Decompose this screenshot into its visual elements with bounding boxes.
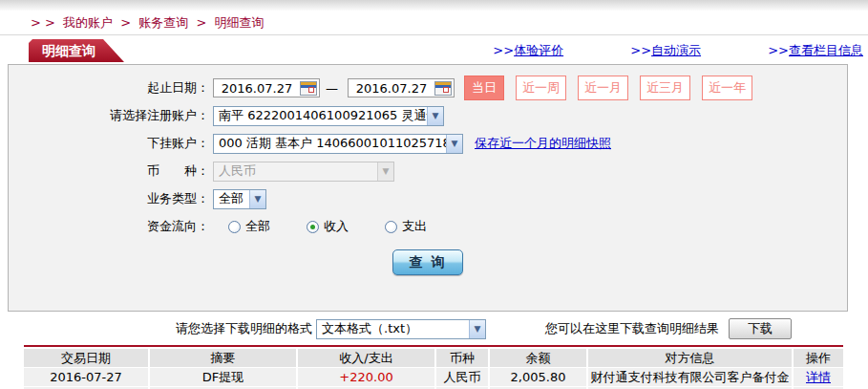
date-to-field[interactable] <box>348 78 455 97</box>
download-button[interactable]: 下载 <box>729 318 792 339</box>
col-header-balance: 余额 <box>490 349 586 367</box>
col-header-date: 交易日期 <box>24 349 148 367</box>
last-month-button[interactable]: 近一月 <box>578 76 628 100</box>
chevron-down-icon: ▼ <box>249 190 265 208</box>
date-range-dash: — <box>326 81 338 96</box>
radio-checked-icon[interactable] <box>307 221 319 233</box>
col-header-summary: 摘要 <box>150 349 296 367</box>
last-year-button[interactable]: 近一年 <box>702 76 752 100</box>
cell-balance: 2,005.80 <box>490 368 586 386</box>
fund-flow-option-income[interactable]: 收入 <box>307 218 349 235</box>
auto-demo-link[interactable]: >>自动演示 <box>630 43 701 57</box>
business-type-select[interactable]: 全部 ▼ <box>213 189 266 209</box>
calendar-icon[interactable] <box>300 81 317 96</box>
save-snapshot-link[interactable]: 保存近一个月的明细快照 <box>475 135 611 152</box>
table-row: 2016-07-27 DF提现 +220.00 人民币 2,005.80 财付通… <box>24 368 845 386</box>
sub-account-label: 下挂账户： <box>9 135 209 152</box>
date-to-input[interactable] <box>349 81 434 96</box>
table-header-row: 交易日期 摘要 收入/支出 币种 余额 对方信息 操作 <box>24 349 845 367</box>
chevron-down-icon: ▼ <box>446 135 462 153</box>
currency-label: 币 种： <box>9 162 209 180</box>
breadcrumb: > > 我的账户 > 账务查询 > 明细查询 <box>27 15 868 31</box>
last-three-months-button[interactable]: 近三月 <box>640 76 690 100</box>
today-button[interactable]: 当日 <box>464 76 504 100</box>
cell-date: 2016-07-27 <box>24 368 148 386</box>
date-from-field[interactable] <box>213 78 320 97</box>
cell-amount: +220.00 <box>298 368 434 386</box>
download-row: 请您选择下载明细的格式 文本格式（.txt） ▼ 您可以在这里下载查询明细结果 … <box>176 317 868 340</box>
chevron-down-icon: ▼ <box>469 320 485 338</box>
detail-link[interactable]: 详情 <box>806 370 831 384</box>
tab-detail-query: 明细查询 <box>29 39 124 62</box>
col-header-counterparty: 对方信息 <box>588 349 792 367</box>
breadcrumb-item-my-account[interactable]: 我的账户 <box>63 15 113 30</box>
breadcrumb-separator: > <box>196 15 206 30</box>
header-links: >>体验评价 >>自动演示 >>查看栏目信息 <box>430 42 863 59</box>
fund-flow-option-expense[interactable]: 支出 <box>385 218 427 235</box>
register-account-label: 请选择注册账户： <box>9 107 209 124</box>
currency-row: 币 种： 人民币 ▼ <box>9 161 847 182</box>
business-type-label: 业务类型： <box>9 190 209 207</box>
cell-counterparty: 财付通支付科技有限公司客户备付金 <box>588 368 792 386</box>
top-gradient-bar <box>0 0 868 11</box>
query-form-panel: 起止日期： — 当日 近一周 近一月 近三月 近一年 请选择注册账户： 南平 6… <box>8 64 848 312</box>
breadcrumb-separator: > <box>120 15 131 30</box>
download-format-select[interactable]: 文本格式（.txt） ▼ <box>316 319 486 339</box>
tab-row: 明细查询 >>体验评价 >>自动演示 >>查看栏目信息 <box>0 39 868 62</box>
fund-flow-option-all[interactable]: 全部 <box>228 218 270 235</box>
chevron-down-icon: ▼ <box>427 107 443 125</box>
breadcrumb-divider <box>0 34 868 35</box>
view-column-info-link[interactable]: >>查看栏目信息 <box>768 43 863 57</box>
detail-query-page: > > 我的账户 > 账务查询 > 明细查询 明细查询 >>体验评价 >>自动演… <box>0 0 868 389</box>
radio-unchecked-icon[interactable] <box>385 221 397 233</box>
transactions-table: 交易日期 摘要 收入/支出 币种 余额 对方信息 操作 2016-07-27 D… <box>24 349 845 389</box>
fund-flow-row: 资金流向： 全部 收入 支出 <box>9 216 847 237</box>
download-hint: 您可以在这里下载查询明细结果 <box>545 320 719 337</box>
last-week-button[interactable]: 近一周 <box>516 76 566 100</box>
cell-currency: 人民币 <box>436 368 488 386</box>
chevron-down-icon: ▼ <box>377 162 393 181</box>
date-from-input[interactable] <box>214 81 300 96</box>
breadcrumb-item-account-query[interactable]: 账务查询 <box>138 15 188 30</box>
col-header-currency: 币种 <box>436 349 488 367</box>
radio-unchecked-icon[interactable] <box>228 221 241 233</box>
download-format-label: 请您选择下载明细的格式 <box>176 320 312 337</box>
register-account-row: 请选择注册账户： 南平 6222001406100921065 灵通卡 ▼ <box>9 105 847 126</box>
cell-summary: DF提现 <box>150 368 296 386</box>
col-header-action: 操作 <box>794 349 843 367</box>
calendar-icon[interactable] <box>434 81 452 96</box>
date-range-label: 起止日期： <box>9 79 209 97</box>
sub-account-row: 下挂账户： 000 活期 基本户 1406600101102571848 ▼ 保… <box>9 133 847 154</box>
sub-account-select[interactable]: 000 活期 基本户 1406600101102571848 ▼ <box>213 134 463 154</box>
col-header-amount: 收入/支出 <box>298 349 434 367</box>
query-button[interactable]: 查 询 <box>392 249 463 275</box>
currency-select: 人民币 ▼ <box>213 162 394 182</box>
experience-rating-link[interactable]: >>体验评价 <box>493 43 563 57</box>
date-range-row: 起止日期： — 当日 近一周 近一月 近三月 近一年 <box>9 77 847 98</box>
table-top-divider <box>24 345 843 347</box>
breadcrumb-prefix: > > <box>31 15 55 30</box>
register-account-select[interactable]: 南平 6222001406100921065 灵通卡 ▼ <box>213 106 444 126</box>
breadcrumb-item-detail-query[interactable]: 明细查询 <box>214 15 264 30</box>
business-type-row: 业务类型： 全部 ▼ <box>9 188 847 209</box>
fund-flow-label: 资金流向： <box>9 218 209 235</box>
